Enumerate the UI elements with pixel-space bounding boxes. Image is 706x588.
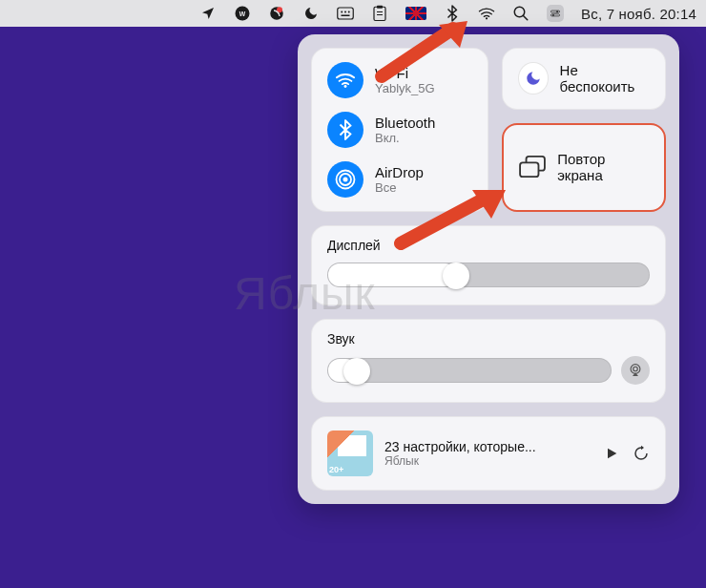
do-not-disturb-toggle[interactable]: Не беспокоить bbox=[502, 48, 666, 110]
wifi-menubar-icon[interactable] bbox=[478, 5, 495, 22]
now-playing-card[interactable]: 23 настройки, которые... Яблык bbox=[311, 416, 666, 491]
airdrop-title: AirDrop bbox=[375, 164, 424, 180]
display-brightness-slider[interactable] bbox=[327, 262, 650, 287]
svg-text:w: w bbox=[239, 10, 246, 18]
skip-forward-button[interactable] bbox=[633, 445, 650, 462]
screen-mirroring-button[interactable]: Повтор экрана bbox=[502, 123, 666, 213]
vk-icon[interactable]: w bbox=[234, 5, 251, 22]
connectivity-card[interactable]: Wi-Fi Yablyk_5G Bluetooth Вкл. AirDrop bbox=[311, 48, 488, 212]
wifi-toggle[interactable]: Wi-Fi Yablyk_5G bbox=[327, 62, 472, 98]
svg-point-17 bbox=[556, 10, 558, 12]
now-playing-artwork bbox=[327, 430, 373, 476]
svg-point-35 bbox=[633, 367, 638, 371]
screen-mirroring-label: Повтор экрана bbox=[557, 151, 649, 184]
dnd-label: Не беспокоить bbox=[560, 62, 650, 95]
sound-label: Звук bbox=[327, 331, 650, 346]
bluetooth-title: Bluetooth bbox=[375, 115, 435, 131]
svg-rect-18 bbox=[550, 14, 559, 16]
play-button[interactable] bbox=[604, 446, 619, 461]
spotlight-search-icon[interactable] bbox=[512, 5, 530, 22]
bluetooth-toggle[interactable]: Bluetooth Вкл. bbox=[327, 112, 472, 148]
svg-line-15 bbox=[523, 15, 528, 20]
moon-icon bbox=[518, 62, 549, 94]
wifi-icon bbox=[327, 62, 363, 98]
svg-rect-4 bbox=[338, 8, 354, 19]
svg-point-6 bbox=[344, 11, 346, 13]
display-label: Дисплей bbox=[327, 238, 650, 253]
bluetooth-menubar-icon[interactable] bbox=[444, 5, 461, 22]
sound-card: Звук bbox=[311, 319, 666, 403]
menubar-clock[interactable]: Вс, 7 нояб. 20:14 bbox=[581, 6, 696, 22]
airplay-audio-button[interactable] bbox=[621, 356, 650, 385]
svg-point-20 bbox=[344, 85, 347, 88]
clipboard-icon[interactable] bbox=[371, 5, 388, 22]
viber-icon[interactable] bbox=[268, 5, 285, 22]
svg-rect-25 bbox=[520, 163, 538, 178]
display-brightness-card: Дисплей bbox=[311, 225, 666, 305]
wifi-network-name: Yablyk_5G bbox=[375, 81, 435, 95]
menu-bar: w Вс, 7 нояб. 20:14 bbox=[0, 0, 706, 27]
svg-point-36 bbox=[631, 365, 640, 374]
wifi-title: Wi-Fi bbox=[375, 65, 435, 81]
bluetooth-icon bbox=[327, 112, 363, 148]
svg-rect-8 bbox=[342, 15, 350, 17]
airdrop-icon bbox=[327, 161, 363, 198]
airdrop-status: Все bbox=[375, 180, 424, 195]
svg-point-19 bbox=[552, 14, 554, 16]
now-playing-title: 23 настройки, которые... bbox=[384, 439, 592, 454]
airdrop-toggle[interactable]: AirDrop Все bbox=[327, 161, 472, 198]
svg-point-5 bbox=[341, 11, 343, 13]
svg-rect-9 bbox=[374, 7, 385, 20]
svg-point-21 bbox=[343, 178, 348, 182]
control-center-icon[interactable] bbox=[547, 5, 564, 22]
moon-icon[interactable] bbox=[302, 5, 320, 22]
screen-mirroring-icon bbox=[519, 153, 546, 181]
location-icon[interactable] bbox=[199, 5, 217, 22]
svg-point-13 bbox=[486, 17, 488, 19]
svg-rect-16 bbox=[550, 10, 559, 12]
input-source-flag-icon[interactable] bbox=[405, 7, 426, 20]
keyboard-brightness-icon[interactable] bbox=[337, 5, 354, 22]
svg-rect-10 bbox=[377, 6, 383, 9]
bluetooth-status: Вкл. bbox=[375, 131, 435, 145]
control-center-panel: Wi-Fi Yablyk_5G Bluetooth Вкл. AirDrop bbox=[298, 34, 679, 504]
sound-volume-slider[interactable] bbox=[327, 358, 612, 383]
svg-point-7 bbox=[348, 11, 350, 13]
now-playing-source: Яблык bbox=[384, 454, 592, 468]
